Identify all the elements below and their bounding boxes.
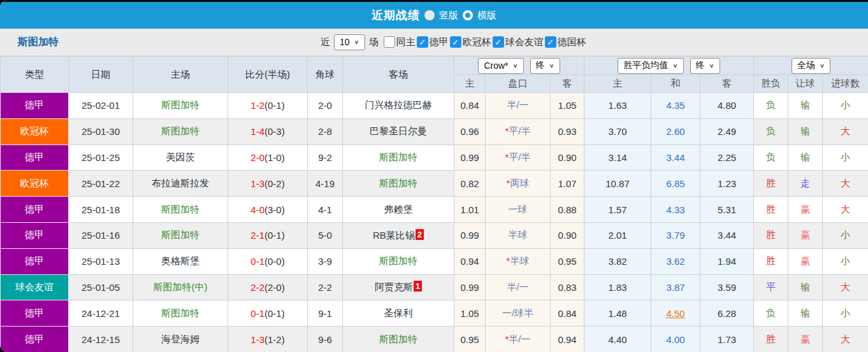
avg-home-odds: 4.40 xyxy=(584,327,651,352)
match-row: 欧冠杯25-01-30斯图加特1-4(0-3)2-8巴黎圣日尔曼0.96*平/半… xyxy=(1,118,868,144)
home-team: 斯图加特 xyxy=(133,118,228,144)
layout-horizontal-radio[interactable] xyxy=(463,10,473,20)
goals-result: 小 xyxy=(823,144,868,171)
odds-final-select[interactable]: 终 ∨ xyxy=(530,58,560,74)
home-team-name: 斯图加特 xyxy=(161,229,199,240)
home-team: 美因茨 xyxy=(133,144,228,171)
avg-draw-odds: 2.60 xyxy=(651,118,700,144)
league-checkbox-2[interactable]: ✓ xyxy=(493,36,504,48)
avg-home-odds: 3.70 xyxy=(584,118,651,144)
handicap: 半/一 xyxy=(486,93,551,119)
fulltime-score: 0-1 xyxy=(250,308,264,319)
same-home-label: 同主 xyxy=(396,36,416,48)
avg-draw-value: 4.33 xyxy=(666,204,684,215)
home-team-name: 奥格斯堡 xyxy=(161,255,199,266)
league-checkbox-0[interactable]: ✓ xyxy=(417,36,428,48)
home-team: 斯图加特 xyxy=(133,300,228,327)
away-team: 弗赖堡 xyxy=(343,197,454,223)
home-team: 斯图加特 xyxy=(133,197,228,223)
league-checkbox-1[interactable]: ✓ xyxy=(450,36,461,48)
league-badge: 德甲 xyxy=(1,248,69,274)
away-team-name: 门兴格拉德巴赫 xyxy=(365,99,432,110)
home-odds: 0.99 xyxy=(454,274,486,300)
fulltime-score: 4-0 xyxy=(250,204,264,215)
avg-away-odds: 4.80 xyxy=(700,93,754,119)
result: 胜 xyxy=(754,197,788,223)
avg-draw-value: 6.85 xyxy=(666,178,684,189)
result: 负 xyxy=(754,93,788,119)
layout-vertical-label[interactable]: 竖版 xyxy=(439,10,458,22)
scope-select[interactable]: 全场 ∨ xyxy=(792,58,830,74)
away-team-name: RB莱比锡 xyxy=(373,230,415,241)
league-badge: 德甲 xyxy=(1,222,69,248)
layout-horizontal-label[interactable]: 横版 xyxy=(477,10,496,22)
league-checkbox-label-1[interactable]: 欧冠杯 xyxy=(463,36,491,48)
handicap-result: 输 xyxy=(788,93,823,119)
fulltime-score: 2-1 xyxy=(250,230,264,241)
filter-bar: 斯图加特 近 10 ∨ 场 同主 ✓德甲✓欧冠杯✓球会友谊✓德国杯 xyxy=(0,29,868,56)
home-team-name: 海登海姆 xyxy=(161,334,199,344)
same-home-checkbox[interactable] xyxy=(384,36,395,48)
away-team: 斯图加特 xyxy=(343,327,454,352)
halftime-score: (0-1) xyxy=(264,230,285,241)
league-checkbox-label-2[interactable]: 球会友谊 xyxy=(505,36,544,48)
col-header-date: 日期 xyxy=(69,57,133,93)
corners: 2-2 xyxy=(308,274,343,300)
home-odds: 0.94 xyxy=(454,248,486,274)
fulltime-score: 1-2 xyxy=(250,100,264,111)
handicap: *平/半 xyxy=(486,144,551,171)
avg-home-odds: 3.14 xyxy=(584,144,651,171)
home-odds: 1.05 xyxy=(454,300,486,327)
avg-draw-value[interactable]: 4.50 xyxy=(666,308,684,319)
avg-draw-odds: 4.00 xyxy=(651,327,700,352)
avg-away-odds: 1.23 xyxy=(700,171,754,197)
handicap: *半/一 xyxy=(486,327,551,352)
match-date: 25-01-25 xyxy=(69,144,133,171)
goals-result: 大 xyxy=(823,197,868,223)
odds-source-select[interactable]: Crow* ∨ xyxy=(478,58,523,74)
team-name: 斯图加特 xyxy=(18,36,59,49)
layout-vertical-radio[interactable] xyxy=(424,10,435,20)
league-badge: 欧冠杯 xyxy=(1,118,69,144)
subheader-odds-home: 主 xyxy=(454,75,486,93)
chevron-down-icon: ∨ xyxy=(354,39,359,45)
results-table: 类型 日期 主场 比分(半场) 角球 客场 Crow* ∨ 终 ∨ xyxy=(0,56,868,352)
league-checkbox-3[interactable]: ✓ xyxy=(545,36,556,48)
score: 1-3(1-2) xyxy=(228,327,308,352)
match-date: 24-12-15 xyxy=(69,327,133,352)
handicap-result: 赢 xyxy=(788,222,823,248)
recent-count-select[interactable]: 10 ∨ xyxy=(334,34,365,50)
league-badge: 德甲 xyxy=(1,144,69,171)
avg-draw-value: 3.44 xyxy=(666,152,684,163)
handicap: 一球 xyxy=(486,197,551,223)
away-team-name: 斯图加特 xyxy=(379,178,417,188)
goals-result: 小 xyxy=(823,300,868,327)
handicap-value: 平/半 xyxy=(509,151,530,162)
match-date: 24-12-21 xyxy=(69,300,133,327)
avg-final-select[interactable]: 终 ∨ xyxy=(690,58,720,74)
chevron-down-icon: ∨ xyxy=(672,62,677,69)
chevron-down-icon: ∨ xyxy=(709,62,714,69)
match-row: 德甲24-12-21斯图加特0-1(0-1)9-1圣保利1.05一/球半0.84… xyxy=(1,300,868,327)
goals-result: 小 xyxy=(823,93,868,119)
handicap-result: 赢 xyxy=(788,248,823,274)
fulltime-score: 1-4 xyxy=(250,126,264,137)
fulltime-score: 0-1 xyxy=(250,256,264,267)
chevron-down-icon: ∨ xyxy=(549,62,554,69)
goals-result: 小 xyxy=(823,222,868,248)
away-team-name: 斯图加特 xyxy=(379,255,417,266)
away-team-name: 斯图加特 xyxy=(379,334,417,344)
match-row: 德甲24-12-15海登海姆1-3(1-2)9-6斯图加特0.95*半/一0.9… xyxy=(1,327,868,352)
league-checkbox-label-0[interactable]: 德甲 xyxy=(430,36,449,48)
home-team-name: 斯图加特 xyxy=(161,204,199,215)
subheader-avg-draw: 和 xyxy=(651,75,700,93)
corners: 5-0 xyxy=(308,222,343,248)
score: 2-2(2-0) xyxy=(228,274,308,300)
avg-draw-value: 4.00 xyxy=(666,334,684,345)
avg-type-select[interactable]: 胜平负均值 ∨ xyxy=(618,58,683,74)
league-checkbox-label-3[interactable]: 德国杯 xyxy=(558,36,586,48)
home-team: 海登海姆 xyxy=(133,327,228,352)
halftime-score: (0-0) xyxy=(264,256,285,267)
match-date: 25-01-18 xyxy=(69,197,133,223)
filters: 近 10 ∨ 场 同主 ✓德甲✓欧冠杯✓球会友谊✓德国杯 xyxy=(321,34,586,50)
